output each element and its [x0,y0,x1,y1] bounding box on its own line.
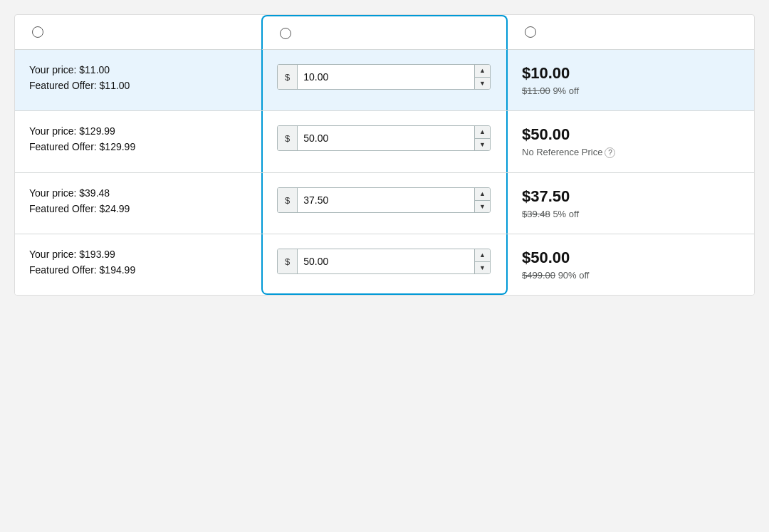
discounted-price-input-row2[interactable] [298,132,474,144]
your-price-row3: Your price: $39.48 [29,187,247,199]
discounted-cell-row1: $ ▲ ▼ [261,50,508,110]
spinner-row3: ▲ ▼ [474,188,490,212]
discounted-cell-row3: $ ▲ ▼ [261,173,508,234]
price-input-wrapper-row2: $ ▲ ▼ [277,125,491,151]
pricing-table: Your price: $11.00 Featured Offer: $11.0… [14,14,755,296]
currency-symbol-row4: $ [278,249,298,273]
preview-price-row1: $10.00 [522,64,740,83]
currency-symbol-row3: $ [278,188,298,212]
featured-offer-row4: Featured Offer: $194.99 [29,264,247,276]
spinner-row4: ▲ ▼ [474,249,490,273]
currency-symbol-row1: $ [278,65,298,89]
spinner-down-row1[interactable]: ▼ [475,78,490,90]
preview-header-cell [508,15,754,50]
off-badge: 5% off [553,209,579,219]
discounted-info-icon[interactable] [280,28,291,39]
pricing-header-cell [15,15,261,50]
preview-cell-row3: $37.50 $39.48 5% off [508,173,754,234]
spinner-up-row3[interactable]: ▲ [475,188,490,201]
no-reference-icon[interactable]: ? [605,147,615,158]
spinner-down-row4[interactable]: ▼ [475,262,490,274]
discounted-price-input-row4[interactable] [298,256,474,267]
off-badge: 9% off [553,85,579,96]
no-reference-text: No Reference Price [522,147,602,157]
pricing-cell-row1: Your price: $11.00 Featured Offer: $11.0… [15,50,261,110]
price-input-wrapper-row1: $ ▲ ▼ [277,64,491,90]
pricing-cell-row4: Your price: $193.99 Featured Offer: $194… [15,234,261,295]
spinner-up-row2[interactable]: ▲ [475,126,490,139]
featured-offer-row3: Featured Offer: $24.99 [29,203,247,214]
preview-price-row3: $37.50 [522,187,740,206]
currency-symbol-row2: $ [278,126,298,150]
pricing-cell-row2: Your price: $129.99 Featured Offer: $129… [15,111,261,172]
reference-strikethrough: $11.00 [522,85,550,96]
preview-price-row4: $50.00 [522,249,740,267]
your-price-row1: Your price: $11.00 [29,64,247,75]
reference-info-row4: $499.00 90% off [522,270,740,281]
spinner-row1: ▲ ▼ [474,65,490,89]
your-price-row2: Your price: $129.99 [29,125,247,137]
discounted-cell-row2: $ ▲ ▼ [261,111,508,172]
discounted-header-cell [261,15,508,50]
table-row: Your price: $39.48 Featured Offer: $24.9… [15,173,754,234]
table-row: Your price: $11.00 Featured Offer: $11.0… [15,50,754,111]
table-row: Your price: $129.99 Featured Offer: $129… [15,111,754,173]
preview-cell-row4: $50.00 $499.00 90% off [508,234,754,295]
discounted-price-input-row1[interactable] [298,71,474,83]
spinner-up-row4[interactable]: ▲ [475,249,490,262]
spinner-row2: ▲ ▼ [474,126,490,150]
spinner-down-row3[interactable]: ▼ [475,201,490,213]
discounted-price-input-row3[interactable] [298,194,474,206]
preview-info-icon[interactable] [525,26,536,38]
reference-info-row3: $39.48 5% off [522,209,740,219]
featured-offer-row1: Featured Offer: $11.00 [29,80,247,91]
off-badge: 90% off [558,270,590,281]
price-input-wrapper-row3: $ ▲ ▼ [277,187,491,213]
pricing-cell-row3: Your price: $39.48 Featured Offer: $24.9… [15,173,261,234]
spinner-down-row2[interactable]: ▼ [475,139,490,151]
reference-info-row2: No Reference Price? [522,147,740,158]
preview-cell-row1: $10.00 $11.00 9% off [508,50,754,110]
discounted-cell-row4: $ ▲ ▼ [261,234,508,295]
featured-offer-row2: Featured Offer: $129.99 [29,141,247,152]
reference-strikethrough: $499.00 [522,270,555,281]
pricing-info-icon[interactable] [32,26,43,38]
reference-strikethrough: $39.48 [522,209,550,219]
spinner-up-row1[interactable]: ▲ [475,65,490,78]
rows-container: Your price: $11.00 Featured Offer: $11.0… [15,50,754,295]
preview-cell-row2: $50.00 No Reference Price? [508,111,754,172]
price-input-wrapper-row4: $ ▲ ▼ [277,249,491,274]
reference-info-row1: $11.00 9% off [522,85,740,96]
table-row: Your price: $193.99 Featured Offer: $194… [15,234,754,295]
your-price-row4: Your price: $193.99 [29,249,247,260]
table-header [15,15,754,50]
preview-price-row2: $50.00 [522,125,740,144]
